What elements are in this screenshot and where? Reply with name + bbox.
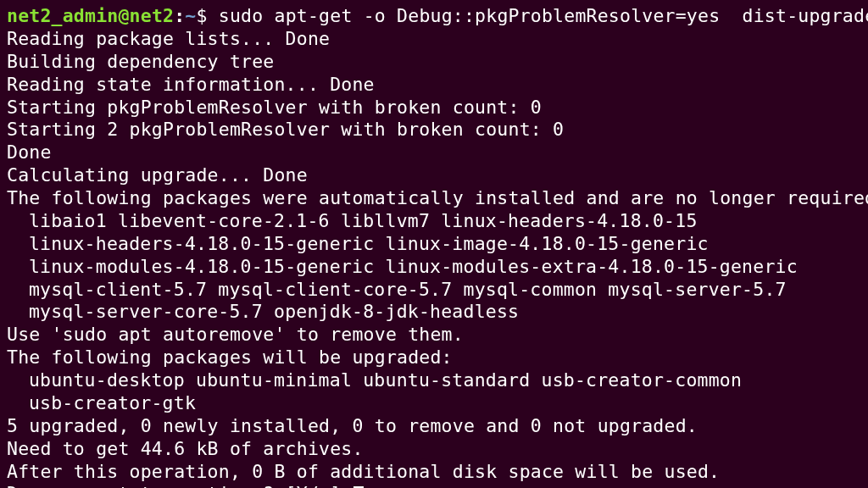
continue-prompt-text: Do you want to continue? [Y/n] xyxy=(7,483,352,488)
output-line: libaio1 libevent-core-2.1-6 libllvm7 lin… xyxy=(7,210,861,233)
output-line: Reading package lists... Done xyxy=(7,28,861,51)
output-line: linux-modules-4.18.0-15-generic linux-mo… xyxy=(7,256,861,279)
output-line: Reading state information... Done xyxy=(7,74,861,97)
prompt-path: ~ xyxy=(185,5,196,26)
prompt-dollar: $ xyxy=(197,5,219,26)
output-line: Done xyxy=(7,141,861,164)
output-line: ubuntu-desktop ubuntu-minimal ubuntu-sta… xyxy=(7,369,861,392)
prompt-host: net2 xyxy=(130,5,175,26)
prompt-user: net2_admin xyxy=(7,5,118,26)
output-line: mysql-client-5.7 mysql-client-core-5.7 m… xyxy=(7,279,861,302)
output-line: usb-creator-gtk xyxy=(7,392,861,415)
output-line: Starting 2 pkgProblemResolver with broke… xyxy=(7,119,861,141)
output-line: Building dependency tree xyxy=(7,51,861,74)
output-line: Use 'sudo apt autoremove' to remove them… xyxy=(7,324,861,347)
output-line: The following packages will be upgraded: xyxy=(7,347,861,369)
output-line: linux-headers-4.18.0-15-generic linux-im… xyxy=(7,233,861,256)
output-line: Starting pkgProblemResolver with broken … xyxy=(7,97,861,119)
output-line: Calculating upgrade... Done xyxy=(7,164,861,187)
prompt-colon: : xyxy=(174,5,185,26)
output-line: After this operation, 0 B of additional … xyxy=(7,461,861,484)
command-text: sudo apt-get -o Debug::pkgProblemResolve… xyxy=(219,5,868,26)
prompt-line: net2_admin@net2:~$ sudo apt-get -o Debug… xyxy=(7,5,861,28)
output-line: Need to get 44.6 kB of archives. xyxy=(7,438,861,461)
output-line: The following packages were automaticall… xyxy=(7,187,861,210)
output-line: 5 upgraded, 0 newly installed, 0 to remo… xyxy=(7,415,861,438)
prompt-at: @ xyxy=(118,5,129,26)
continue-prompt-line[interactable]: Do you want to continue? [Y/n] xyxy=(7,483,861,488)
output-line: mysql-server-core-5.7 openjdk-8-jdk-head… xyxy=(7,301,861,324)
